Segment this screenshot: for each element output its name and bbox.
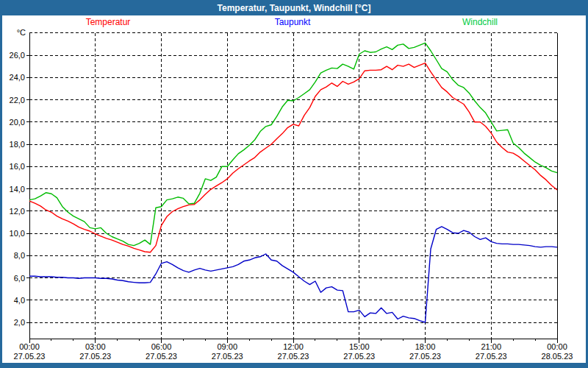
page-title: Temperatur, Taupunkt, Windchill [°C] [218,3,371,13]
x-tick-time-label: 15:00 [349,342,370,351]
y-tick-label: 4,0 [14,296,25,305]
x-tick-time-label: 21:00 [481,342,501,351]
x-tick-date-label: 27.05.23 [79,352,111,361]
y-tick-label: 8,0 [14,251,25,260]
x-tick-date-label: 27.05.23 [14,352,46,361]
x-tick-date-label: 27.05.23 [476,352,507,361]
y-axis-unit-label: °C [17,28,26,37]
x-tick-date-label: 27.05.23 [146,352,177,361]
x-tick-time-label: 06:00 [151,342,172,351]
y-tick-label: 2,0 [14,318,25,327]
x-tick-date-label: 27.05.23 [409,352,441,361]
titlebar: Temperatur, Taupunkt, Windchill [°C] [0,0,588,15]
y-tick-label: 10,0 [10,229,25,238]
y-tick-label: 16,0 [10,162,25,171]
x-tick-time-label: 00:00 [547,342,567,351]
x-tick-time-label: 03:00 [85,342,106,351]
y-tick-label: 22,0 [10,96,25,105]
x-tick-time-label: 00:00 [19,342,40,351]
x-tick-date-label: 28.05.23 [542,352,573,361]
y-tick-label: 6,0 [14,274,25,283]
x-tick-time-label: 09:00 [217,342,237,351]
y-tick-label: 24,0 [10,73,25,82]
x-tick-date-label: 27.05.23 [343,352,375,361]
x-tick-date-label: 27.05.23 [278,352,309,361]
y-tick-label: 26,0 [10,51,25,60]
x-tick-date-label: 27.05.23 [212,352,243,361]
chart-window: Temperatur, Taupunkt, Windchill [°C] Tem… [0,0,588,368]
x-tick-time-label: 12:00 [283,342,304,351]
chart-plot: °C 26,024,022,020,018,016,014,012,010,08… [0,15,588,368]
y-tick-label: 14,0 [10,185,25,194]
y-tick-label: 20,0 [10,118,25,127]
x-tick-time-label: 18:00 [415,342,436,351]
y-tick-label: 18,0 [10,140,25,149]
y-tick-label: 12,0 [10,207,25,216]
